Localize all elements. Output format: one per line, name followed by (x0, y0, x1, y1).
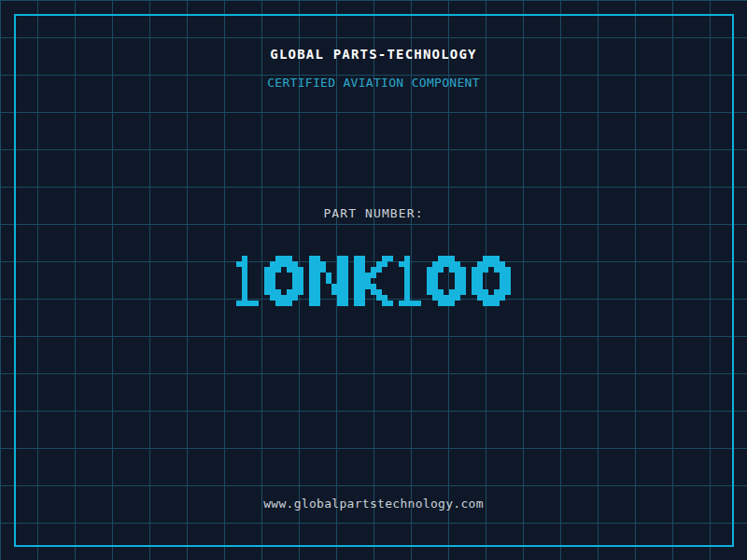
part-number-label: PART NUMBER: (0, 207, 747, 219)
part-number-value (0, 256, 747, 306)
part-number-pixel-digits (236, 256, 511, 306)
certification-line: CERTIFIED AVIATION COMPONENT (0, 77, 747, 89)
website-url: www.globalpartstechnology.com (0, 497, 747, 510)
company-name: GLOBAL PARTS-TECHNOLOGY (0, 48, 747, 61)
label-screen: GLOBAL PARTS-TECHNOLOGY CERTIFIED AVIATI… (0, 0, 747, 560)
